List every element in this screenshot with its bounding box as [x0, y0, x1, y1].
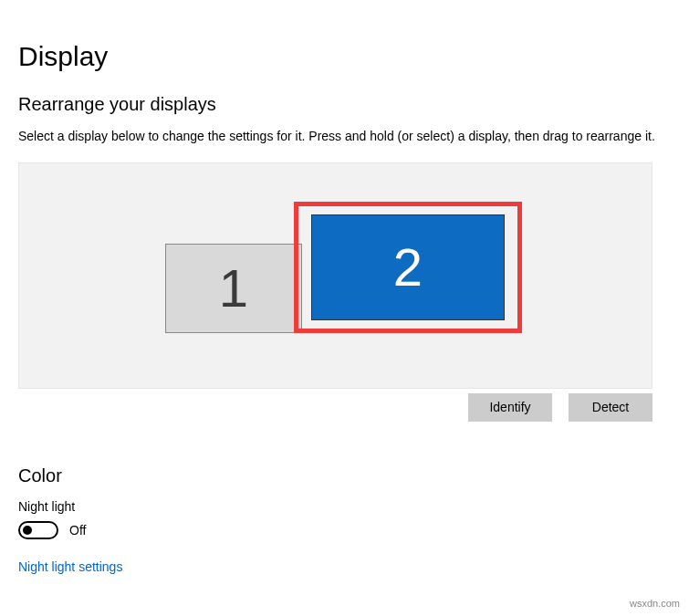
night-light-toggle-row: Off — [18, 521, 671, 539]
detect-button[interactable]: Detect — [569, 393, 652, 422]
display-arrangement-area[interactable]: 1 2 — [18, 162, 652, 389]
night-light-toggle[interactable] — [18, 521, 58, 539]
night-light-settings-link[interactable]: Night light settings — [18, 559, 122, 574]
rearrange-heading: Rearrange your displays — [18, 94, 671, 115]
night-light-label: Night light — [18, 499, 671, 514]
monitor-2-highlight: 2 — [294, 202, 522, 333]
monitor-2[interactable]: 2 — [311, 214, 505, 320]
watermark: wsxdn.com — [630, 598, 680, 609]
page-title: Display — [18, 41, 671, 72]
monitor-2-label: 2 — [393, 236, 423, 298]
monitor-1[interactable]: 1 — [165, 244, 302, 333]
toggle-knob-icon — [23, 526, 32, 535]
monitor-1-label: 1 — [219, 257, 248, 318]
color-section: Color Night light Off Night light settin… — [18, 465, 671, 575]
identify-button[interactable]: Identify — [468, 393, 552, 422]
night-light-state: Off — [69, 523, 86, 538]
display-buttons-row: Identify Detect — [18, 393, 652, 422]
color-heading: Color — [18, 465, 671, 486]
rearrange-instruction: Select a display below to change the set… — [18, 128, 671, 146]
